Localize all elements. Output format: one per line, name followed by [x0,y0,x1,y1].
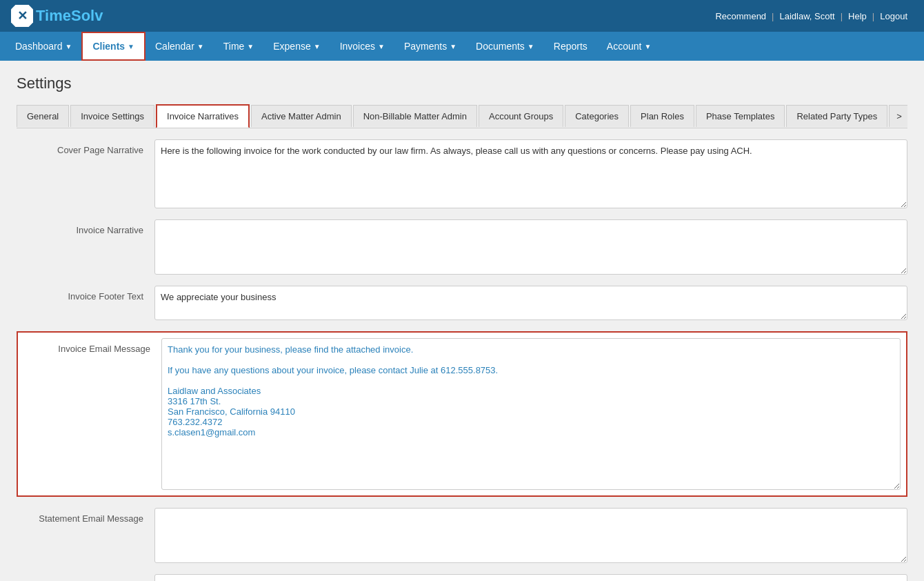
statement-email-label: Statement Email Message [17,508,154,524]
top-bar: ✕ TimeSolv Recommend | Laidlaw, Scott | … [0,0,924,32]
extra-row [17,574,907,581]
tab-active-matter-admin[interactable]: Active Matter Admin [251,105,352,127]
invoice-email-textarea[interactable]: Thank you for your business, please find… [161,338,901,490]
nav-reports[interactable]: Reports [544,32,597,61]
nav-bar: Dashboard ▼ Clients ▼ Calendar ▼ Time ▼ … [0,32,924,61]
tab-phase-templates[interactable]: Phase Templates [696,105,785,127]
tab-plan-roles[interactable]: Plan Roles [630,105,694,127]
page-content: Settings General Invoice Settings Invoic… [0,61,924,581]
tab-non-billable-matter-admin[interactable]: Non-Billable Matter Admin [353,105,477,127]
recommend-link[interactable]: Recommend [710,11,772,21]
invoice-footer-textarea[interactable]: We appreciate your business [154,286,907,320]
nav-payments[interactable]: Payments ▼ [394,32,466,61]
logo-icon: ✕ [11,5,33,27]
tab-more[interactable]: > [889,105,907,127]
tab-account-groups[interactable]: Account Groups [479,105,563,127]
help-link[interactable]: Help [843,11,872,21]
tab-general[interactable]: General [17,105,69,127]
logo: ✕ TimeSolv [11,5,103,27]
logo-time: Time [36,7,71,24]
tabs: General Invoice Settings Invoice Narrati… [17,104,907,128]
nav-time[interactable]: Time ▼ [214,32,264,61]
nav-dashboard[interactable]: Dashboard ▼ [6,32,81,61]
invoice-narrative-textarea[interactable] [154,219,907,275]
invoice-email-row: Invoice Email Message Thank you for your… [17,331,907,497]
invoice-footer-row: Invoice Footer Text We appreciate your b… [17,286,907,320]
logo-text: TimeSolv [36,7,103,25]
user-link[interactable]: Laidlaw, Scott [774,11,840,21]
nav-invoices[interactable]: Invoices ▼ [330,32,394,61]
extra-textarea[interactable] [154,574,907,581]
form-area: Cover Page Narrative Here is the followi… [17,128,907,581]
logout-link[interactable]: Logout [874,11,913,21]
invoice-footer-label: Invoice Footer Text [17,286,154,302]
statement-email-textarea[interactable] [154,508,907,563]
invoice-narrative-label: Invoice Narrative [17,219,154,235]
nav-calendar[interactable]: Calendar ▼ [145,32,214,61]
tab-categories[interactable]: Categories [565,105,629,127]
cover-page-label: Cover Page Narrative [17,139,154,155]
invoice-email-label: Invoice Email Message [23,338,161,354]
statement-email-row: Statement Email Message [17,508,907,563]
nav-account[interactable]: Account ▼ [597,32,661,61]
invoice-narrative-row: Invoice Narrative [17,219,907,275]
tab-related-party-types[interactable]: Related Party Types [786,105,887,127]
nav-clients[interactable]: Clients ▼ [81,32,145,61]
tab-invoice-settings[interactable]: Invoice Settings [70,105,154,127]
nav-expense[interactable]: Expense ▼ [263,32,330,61]
page-title: Settings [17,75,907,92]
nav-documents[interactable]: Documents ▼ [466,32,544,61]
cover-page-textarea[interactable]: Here is the following invoice for the wo… [154,139,907,208]
tab-invoice-narratives[interactable]: Invoice Narratives [156,104,250,128]
top-links: Recommend | Laidlaw, Scott | Help | Logo… [710,11,913,21]
cover-page-row: Cover Page Narrative Here is the followi… [17,139,907,208]
logo-solv: Solv [71,7,103,24]
